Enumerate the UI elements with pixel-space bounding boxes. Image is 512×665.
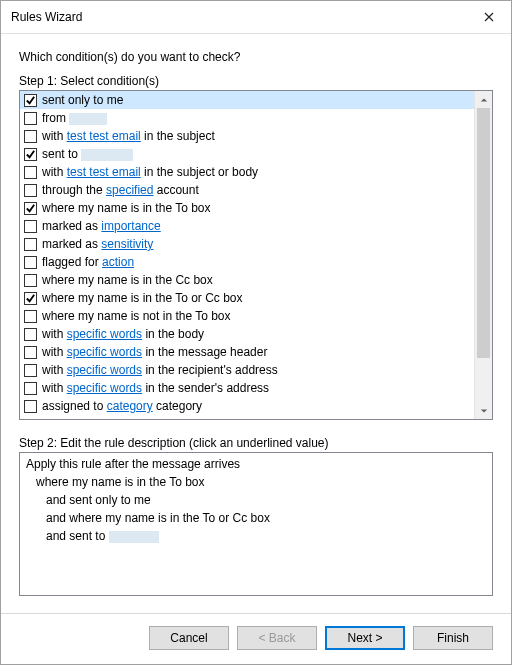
description-line: and where my name is in the To or Cc box xyxy=(26,509,486,527)
text-fragment: flagged for xyxy=(42,255,102,269)
condition-row[interactable]: where my name is in the Cc box xyxy=(20,271,474,289)
editable-value-link[interactable]: test test email xyxy=(67,165,141,179)
check-icon xyxy=(25,95,36,106)
text-fragment: with xyxy=(42,129,67,143)
close-button[interactable] xyxy=(466,1,511,33)
condition-row[interactable]: sent only to me xyxy=(20,91,474,109)
rules-wizard-window: Rules Wizard Which condition(s) do you w… xyxy=(0,0,512,665)
cancel-button[interactable]: Cancel xyxy=(149,626,229,650)
text-fragment: in the body xyxy=(142,327,204,341)
redacted-value[interactable] xyxy=(69,113,107,125)
condition-row[interactable]: from xyxy=(20,109,474,127)
condition-row[interactable]: with specific words in the sender's addr… xyxy=(20,379,474,397)
condition-checkbox[interactable] xyxy=(24,256,37,269)
condition-row[interactable]: with specific words in the body xyxy=(20,325,474,343)
condition-row[interactable]: marked as sensitivity xyxy=(20,235,474,253)
condition-checkbox[interactable] xyxy=(24,166,37,179)
condition-checkbox[interactable] xyxy=(24,346,37,359)
condition-text: marked as importance xyxy=(42,219,161,233)
editable-value-link[interactable]: sensitivity xyxy=(101,237,153,251)
chevron-up-icon xyxy=(480,96,488,104)
editable-value-link[interactable]: specific words xyxy=(67,363,142,377)
condition-checkbox[interactable] xyxy=(24,220,37,233)
condition-text: with specific words in the message heade… xyxy=(42,345,267,359)
text-fragment: Apply this rule after the message arrive… xyxy=(26,457,240,471)
scroll-down-button[interactable] xyxy=(475,402,492,419)
condition-checkbox[interactable] xyxy=(24,202,37,215)
condition-text: assigned to category category xyxy=(42,399,202,413)
footer-buttons: Cancel < Back Next > Finish xyxy=(1,613,511,664)
editable-value-link[interactable]: importance xyxy=(101,219,160,233)
text-fragment: with xyxy=(42,345,67,359)
editable-value-link[interactable]: specific words xyxy=(67,381,142,395)
condition-row[interactable]: marked as importance xyxy=(20,217,474,235)
text-fragment: assigned to xyxy=(42,399,107,413)
finish-button[interactable]: Finish xyxy=(413,626,493,650)
condition-row[interactable]: where my name is not in the To box xyxy=(20,307,474,325)
window-title: Rules Wizard xyxy=(11,10,82,24)
content-area: Which condition(s) do you want to check?… xyxy=(1,34,511,613)
condition-checkbox[interactable] xyxy=(24,130,37,143)
condition-checkbox[interactable] xyxy=(24,310,37,323)
scrollbar[interactable] xyxy=(474,91,492,419)
text-fragment: and sent to xyxy=(46,529,109,543)
editable-value-link[interactable]: specified xyxy=(106,183,153,197)
condition-checkbox[interactable] xyxy=(24,94,37,107)
rule-description-box[interactable]: Apply this rule after the message arrive… xyxy=(19,452,493,596)
editable-value-link[interactable]: action xyxy=(102,255,134,269)
editable-value-link[interactable]: specific words xyxy=(67,345,142,359)
text-fragment: and sent only to me xyxy=(46,493,151,507)
scroll-thumb[interactable] xyxy=(477,108,490,358)
text-fragment: marked as xyxy=(42,219,101,233)
condition-checkbox[interactable] xyxy=(24,292,37,305)
editable-value-link[interactable]: test test email xyxy=(67,129,141,143)
condition-row[interactable]: with specific words in the recipient's a… xyxy=(20,361,474,379)
condition-row[interactable]: flagged for action xyxy=(20,253,474,271)
condition-text: with specific words in the recipient's a… xyxy=(42,363,278,377)
back-button[interactable]: < Back xyxy=(237,626,317,650)
text-fragment: account xyxy=(153,183,198,197)
step2-label: Step 2: Edit the rule description (click… xyxy=(19,436,493,450)
text-fragment: with xyxy=(42,327,67,341)
redacted-value[interactable] xyxy=(81,149,133,161)
condition-row[interactable]: with test test email in the subject xyxy=(20,127,474,145)
text-fragment: category xyxy=(153,399,202,413)
condition-row[interactable]: where my name is in the To box xyxy=(20,199,474,217)
condition-checkbox[interactable] xyxy=(24,382,37,395)
text-fragment: in the recipient's address xyxy=(142,363,278,377)
chevron-down-icon xyxy=(480,407,488,415)
condition-row[interactable]: assigned to category category xyxy=(20,397,474,415)
condition-checkbox[interactable] xyxy=(24,184,37,197)
titlebar: Rules Wizard xyxy=(1,1,511,34)
condition-row[interactable]: with specific words in the message heade… xyxy=(20,343,474,361)
condition-row[interactable]: through the specified account xyxy=(20,181,474,199)
condition-checkbox[interactable] xyxy=(24,148,37,161)
condition-row[interactable]: sent to xyxy=(20,145,474,163)
text-fragment: sent only to me xyxy=(42,93,123,107)
condition-text: with test test email in the subject xyxy=(42,129,215,143)
condition-row[interactable]: with test test email in the subject or b… xyxy=(20,163,474,181)
condition-checkbox[interactable] xyxy=(24,274,37,287)
editable-value-link[interactable]: category xyxy=(107,399,153,413)
condition-text: marked as sensitivity xyxy=(42,237,153,251)
editable-value-link[interactable]: specific words xyxy=(67,327,142,341)
scroll-up-button[interactable] xyxy=(475,91,492,108)
condition-checkbox[interactable] xyxy=(24,328,37,341)
condition-checkbox[interactable] xyxy=(24,364,37,377)
condition-checkbox[interactable] xyxy=(24,238,37,251)
condition-text: with specific words in the sender's addr… xyxy=(42,381,269,395)
text-fragment: where my name is in the To or Cc box xyxy=(42,291,243,305)
text-fragment: in the sender's address xyxy=(142,381,269,395)
conditions-list[interactable]: sent only to mefrom with test test email… xyxy=(20,91,474,419)
condition-text: through the specified account xyxy=(42,183,199,197)
condition-checkbox[interactable] xyxy=(24,400,37,413)
text-fragment: in the message header xyxy=(142,345,267,359)
condition-checkbox[interactable] xyxy=(24,112,37,125)
next-button[interactable]: Next > xyxy=(325,626,405,650)
redacted-value[interactable] xyxy=(109,531,159,543)
conditions-listbox: sent only to mefrom with test test email… xyxy=(19,90,493,420)
description-line: and sent only to me xyxy=(26,491,486,509)
condition-text: where my name is in the To or Cc box xyxy=(42,291,243,305)
condition-row[interactable]: where my name is in the To or Cc box xyxy=(20,289,474,307)
close-icon xyxy=(484,12,494,22)
